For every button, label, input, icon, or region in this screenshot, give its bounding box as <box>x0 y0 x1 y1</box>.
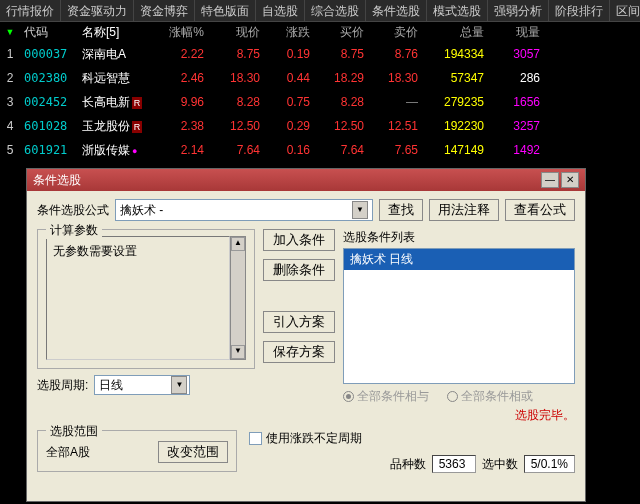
scope-text: 全部A股 <box>46 444 90 461</box>
row-cash: 286 <box>488 71 544 85</box>
list-item[interactable]: 擒妖术 日线 <box>344 249 574 270</box>
nav-tab[interactable]: 资金驱动力 <box>61 0 134 21</box>
row-idx: 5 <box>0 143 20 157</box>
sort-icon: ▼ <box>6 27 15 37</box>
row-vol: 192230 <box>422 119 488 133</box>
nav-tab[interactable]: 条件选股 <box>366 0 427 21</box>
table-row[interactable]: 3 002452 长高电新R 9.96 8.28 0.75 8.28 — 279… <box>0 90 640 114</box>
hdr-chg[interactable]: 涨跌 <box>264 24 314 40</box>
selected-label: 选中数 <box>482 456 518 473</box>
hdr-code[interactable]: 代码 <box>20 24 78 40</box>
params-fieldset: 计算参数 无参数需要设置 ▲ ▼ <box>37 229 255 369</box>
table-header: ▼ 代码 名称[5] 涨幅% 现价 涨跌 买价 卖价 总量 现量 <box>0 22 640 42</box>
condition-listbox[interactable]: 擒妖术 日线 <box>343 248 575 384</box>
row-chg: 0.44 <box>264 71 314 85</box>
dialog-title: 条件选股 <box>33 172 539 189</box>
count-value: 5363 <box>432 455 476 473</box>
formula-select[interactable]: 擒妖术 - ▼ <box>115 199 373 221</box>
hdr-cash[interactable]: 现量 <box>488 24 544 40</box>
row-chg: 0.29 <box>264 119 314 133</box>
nav-tab[interactable]: 资金博弈 <box>134 0 195 21</box>
row-price: 12.50 <box>208 119 264 133</box>
row-cash: 3057 <box>488 47 544 61</box>
chevron-down-icon[interactable]: ▼ <box>171 376 187 394</box>
nav-tab[interactable]: 特色版面 <box>195 0 256 21</box>
flag-dot-icon: ● <box>132 146 137 156</box>
add-condition-button[interactable]: 加入条件 <box>263 229 335 251</box>
flag-r-icon: R <box>132 97 142 109</box>
minimize-button[interactable]: — <box>541 172 559 188</box>
row-bid: 12.50 <box>314 119 368 133</box>
nav-tab[interactable]: 区间涨 <box>610 0 640 21</box>
scrollbar-vertical[interactable]: ▲ ▼ <box>230 236 246 360</box>
hdr-price[interactable]: 现价 <box>208 24 264 40</box>
row-name: 深南电A <box>78 46 152 63</box>
period-label: 选股周期: <box>37 377 88 394</box>
row-ask: — <box>368 95 422 109</box>
table-row[interactable]: 5 601921 浙版传媒● 2.14 7.64 0.16 7.64 7.65 … <box>0 138 640 162</box>
row-vol: 147149 <box>422 143 488 157</box>
flag-r-icon: R <box>132 121 142 133</box>
period-value: 日线 <box>99 377 123 394</box>
row-code: 002452 <box>20 95 78 109</box>
scroll-down-icon[interactable]: ▼ <box>231 345 245 359</box>
hdr-pct[interactable]: 涨幅% <box>152 24 208 40</box>
view-formula-button[interactable]: 查看公式 <box>505 199 575 221</box>
row-chg: 0.16 <box>264 143 314 157</box>
row-cash: 3257 <box>488 119 544 133</box>
params-legend: 计算参数 <box>46 222 102 239</box>
save-plan-button[interactable]: 保存方案 <box>263 341 335 363</box>
row-pct: 2.38 <box>152 119 208 133</box>
change-scope-button[interactable]: 改变范围 <box>158 441 228 463</box>
row-idx: 4 <box>0 119 20 133</box>
hdr-ask[interactable]: 卖价 <box>368 24 422 40</box>
selected-value: 5/0.1% <box>524 455 575 473</box>
scope-legend: 选股范围 <box>46 423 102 440</box>
use-period-checkbox[interactable] <box>249 432 262 445</box>
use-period-label: 使用涨跌不定周期 <box>266 430 362 447</box>
delete-condition-button[interactable]: 删除条件 <box>263 259 335 281</box>
dialog-titlebar[interactable]: 条件选股 — ✕ <box>27 169 585 191</box>
params-text: 无参数需要设置 <box>46 236 230 360</box>
radio-icon <box>343 391 354 402</box>
find-button[interactable]: 查找 <box>379 199 423 221</box>
row-code: 002380 <box>20 71 78 85</box>
row-cash: 1656 <box>488 95 544 109</box>
radio-icon <box>447 391 458 402</box>
nav-tab[interactable]: 综合选股 <box>305 0 366 21</box>
row-bid: 18.29 <box>314 71 368 85</box>
row-name: 浙版传媒● <box>78 142 152 159</box>
nav-tab[interactable]: 模式选股 <box>427 0 488 21</box>
close-button[interactable]: ✕ <box>561 172 579 188</box>
table-row[interactable]: 2 002380 科远智慧 2.46 18.30 0.44 18.29 18.3… <box>0 66 640 90</box>
hdr-bid[interactable]: 买价 <box>314 24 368 40</box>
hdr-vol[interactable]: 总量 <box>422 24 488 40</box>
nav-tabs: 行情报价 资金驱动力 资金博弈 特色版面 自选股 综合选股 条件选股 模式选股 … <box>0 0 640 22</box>
row-bid: 7.64 <box>314 143 368 157</box>
nav-tab[interactable]: 强弱分析 <box>488 0 549 21</box>
nav-tab[interactable]: 自选股 <box>256 0 305 21</box>
period-select[interactable]: 日线 ▼ <box>94 375 190 395</box>
condition-list-label: 选股条件列表 <box>343 229 575 246</box>
chevron-down-icon[interactable]: ▼ <box>352 201 368 219</box>
row-pct: 2.46 <box>152 71 208 85</box>
formula-value: 擒妖术 - <box>120 202 163 219</box>
row-name: 科远智慧 <box>78 70 152 87</box>
table-row[interactable]: 1 000037 深南电A 2.22 8.75 0.19 8.75 8.76 1… <box>0 42 640 66</box>
usage-button[interactable]: 用法注释 <box>429 199 499 221</box>
row-code: 601921 <box>20 143 78 157</box>
hdr-name[interactable]: 名称[5] <box>78 24 152 40</box>
radio-or[interactable]: 全部条件相或 <box>447 388 533 405</box>
row-pct: 2.14 <box>152 143 208 157</box>
scroll-up-icon[interactable]: ▲ <box>231 237 245 251</box>
count-label: 品种数 <box>390 456 426 473</box>
row-ask: 18.30 <box>368 71 422 85</box>
row-idx: 2 <box>0 71 20 85</box>
radio-and[interactable]: 全部条件相与 <box>343 388 429 405</box>
row-pct: 2.22 <box>152 47 208 61</box>
nav-tab[interactable]: 阶段排行 <box>549 0 610 21</box>
nav-tab[interactable]: 行情报价 <box>0 0 61 21</box>
table-row[interactable]: 4 601028 玉龙股份R 2.38 12.50 0.29 12.50 12.… <box>0 114 640 138</box>
import-plan-button[interactable]: 引入方案 <box>263 311 335 333</box>
row-idx: 3 <box>0 95 20 109</box>
